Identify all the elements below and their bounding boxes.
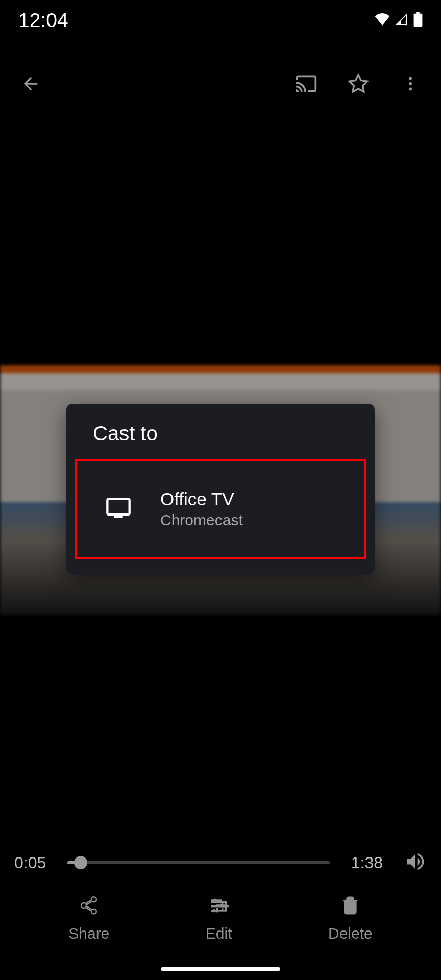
edit-button[interactable]: Edit xyxy=(206,895,232,942)
seek-slider[interactable] xyxy=(67,861,329,864)
status-time: 12:04 xyxy=(18,9,68,32)
svg-text:!: ! xyxy=(404,20,406,26)
signal-icon: ! xyxy=(395,13,408,28)
svg-rect-9 xyxy=(216,908,218,912)
status-bar: 12:04 ! xyxy=(0,0,441,56)
more-icon[interactable] xyxy=(394,67,427,100)
back-icon[interactable] xyxy=(14,67,47,100)
device-type: Chromecast xyxy=(160,511,243,529)
delete-label: Delete xyxy=(328,925,373,942)
app-bar xyxy=(0,56,441,111)
cast-dialog: Cast to Office TV Chromecast xyxy=(66,404,375,575)
device-name: Office TV xyxy=(160,489,243,509)
svg-rect-4 xyxy=(211,901,227,903)
svg-rect-6 xyxy=(211,910,227,911)
duration-time: 1:38 xyxy=(351,853,383,872)
cast-icon[interactable] xyxy=(290,67,323,100)
svg-point-1 xyxy=(409,77,412,80)
cast-device-item[interactable]: Office TV Chromecast xyxy=(75,459,366,559)
delete-button[interactable]: Delete xyxy=(328,895,373,942)
star-icon[interactable] xyxy=(342,67,375,100)
video-controls: 0:05 1:38 xyxy=(0,850,441,875)
battery-icon xyxy=(413,12,423,29)
share-button[interactable]: Share xyxy=(68,895,109,942)
svg-rect-5 xyxy=(211,905,227,907)
dialog-title: Cast to xyxy=(66,422,375,459)
wifi-icon xyxy=(375,13,390,28)
action-bar: Share Edit Delete xyxy=(0,890,441,954)
status-icons: ! xyxy=(375,12,423,29)
edit-label: Edit xyxy=(206,925,232,942)
svg-point-2 xyxy=(409,82,412,85)
nav-indicator[interactable] xyxy=(161,967,280,971)
tv-icon xyxy=(105,497,132,521)
svg-point-3 xyxy=(409,88,412,91)
elapsed-time: 0:05 xyxy=(14,853,46,872)
svg-rect-7 xyxy=(214,899,215,903)
svg-rect-8 xyxy=(222,903,223,907)
volume-icon[interactable] xyxy=(404,850,427,875)
share-label: Share xyxy=(68,925,109,942)
